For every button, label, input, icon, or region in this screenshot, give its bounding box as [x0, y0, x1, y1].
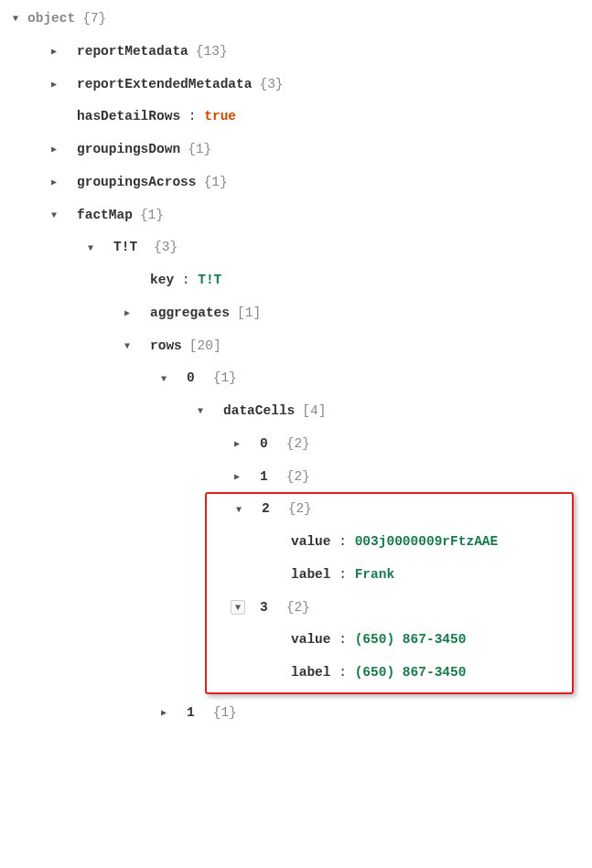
node-key: object [27, 9, 75, 29]
node-key: groupingsAcross [77, 173, 197, 193]
toggle-right-icon[interactable]: ▶ [231, 470, 243, 483]
node-key: factMap [77, 206, 133, 226]
tree-node-rows: ▼ rows [20] [9, 335, 583, 359]
node-key: reportExtendedMetadata [77, 75, 252, 95]
tree-node-aggregates: ▶ aggregates [1] [9, 302, 583, 326]
toggle-down-icon[interactable]: ▼ [48, 209, 60, 221]
toggle-down-icon[interactable]: ▼ [157, 372, 170, 385]
tree-node-groupingsAcross: ▶ groupingsAcross {1} [9, 171, 583, 195]
tree-node-cell0: ▶ 0 {2} [9, 433, 583, 456]
node-count: {3} [154, 238, 178, 258]
toggle-down-icon[interactable]: ▼ [232, 503, 245, 516]
tree-node-object: ▼ object {7} [9, 7, 583, 31]
node-count: {1} [188, 140, 211, 160]
tree-node-factMap: ▼ factMap {1} [9, 204, 583, 228]
node-key: T!T [113, 238, 137, 258]
toggle-right-icon[interactable]: ▶ [48, 144, 60, 156]
tree-node-cell3-label: ▶ label : (650) 867-3450 [212, 661, 566, 685]
tree-node-cell3-value: ▶ value : (650) 867-3450 [212, 628, 566, 652]
tree-node-row0: ▼ 0 {1} [9, 367, 583, 391]
node-key: rows [150, 337, 182, 357]
node-count: {2} [288, 499, 312, 520]
tree-node-hasDetailRows: ▶ hasDetailRows : true [9, 105, 583, 129]
toggle-down-icon[interactable]: ▼ [84, 241, 97, 254]
node-key: aggregates [150, 304, 230, 324]
toggle-down-icon[interactable]: ▼ [194, 405, 207, 418]
toggle-down-icon[interactable]: ▼ [231, 600, 245, 615]
tree-node-dataCells: ▼ dataCells [4] [9, 400, 583, 423]
node-value: (650) 867-3450 [355, 663, 467, 683]
tree-node-groupingsDown: ▶ groupingsDown {1} [9, 138, 583, 162]
tree-node-TT: ▼ T!T {3} [9, 236, 583, 260]
node-key: label [291, 565, 331, 585]
node-value: 003j0000009rFtzAAE [355, 532, 499, 552]
toggle-right-icon[interactable]: ▶ [157, 707, 170, 720]
node-value: T!T [198, 271, 221, 291]
node-count: {2} [286, 467, 310, 488]
toggle-right-icon[interactable]: ▶ [231, 438, 243, 451]
toggle-right-icon[interactable]: ▶ [48, 78, 60, 91]
node-count: [1] [237, 304, 261, 324]
node-count: {1} [140, 206, 164, 226]
node-count: [20] [189, 337, 221, 357]
node-key: reportMetadata [77, 42, 188, 62]
tree-node-cell2-value: ▶ value : 003j0000009rFtzAAE [212, 530, 566, 554]
node-count: {13} [196, 42, 228, 62]
node-key: 2 [262, 499, 270, 520]
node-count: {2} [286, 598, 310, 618]
tree-node-cell2-label: ▶ label : Frank [212, 563, 566, 587]
toggle-down-icon[interactable]: ▼ [121, 339, 134, 352]
tree-node-reportExtendedMetadata: ▶ reportExtendedMetadata {3} [9, 73, 583, 97]
node-key: label [291, 663, 331, 683]
highlight-box: ▼ 2 {2} ▶ value : [205, 492, 574, 694]
node-key: 3 [260, 598, 268, 618]
toggle-down-icon[interactable]: ▼ [9, 13, 22, 26]
tree-node-reportMetadata: ▶ reportMetadata {13} [9, 40, 583, 64]
node-value: (650) 867-3450 [355, 630, 467, 650]
node-value: Frank [355, 565, 395, 585]
node-key: 0 [260, 434, 268, 455]
toggle-right-icon[interactable]: ▶ [48, 177, 60, 189]
tree-node-cell2: ▼ 2 {2} [212, 498, 566, 521]
node-key: value [291, 630, 331, 650]
node-count: {1} [213, 703, 237, 723]
tree-node-cell3: ▼ 3 {2} [212, 596, 566, 620]
tree-node-cell1: ▶ 1 {2} [9, 466, 583, 489]
toggle-right-icon[interactable]: ▶ [121, 307, 134, 320]
node-key: groupingsDown [77, 140, 180, 160]
node-count: {1} [213, 369, 237, 389]
tree-node-row1: ▶ 1 {1} [9, 702, 583, 725]
node-key: 1 [260, 467, 268, 488]
node-key: hasDetailRows [77, 107, 180, 127]
node-count: {7} [82, 9, 106, 29]
node-key: value [291, 532, 331, 552]
node-count: {3} [259, 75, 283, 95]
tree-node-key: ▶ key : T!T [9, 269, 583, 293]
node-value: true [204, 107, 236, 127]
node-count: [4] [302, 402, 326, 422]
node-key: 0 [187, 369, 195, 389]
node-key: key [150, 271, 174, 291]
node-key: dataCells [223, 402, 295, 422]
node-key: 1 [187, 703, 195, 723]
node-count: {1} [204, 173, 228, 193]
toggle-right-icon[interactable]: ▶ [48, 46, 60, 59]
node-count: {2} [286, 434, 310, 455]
